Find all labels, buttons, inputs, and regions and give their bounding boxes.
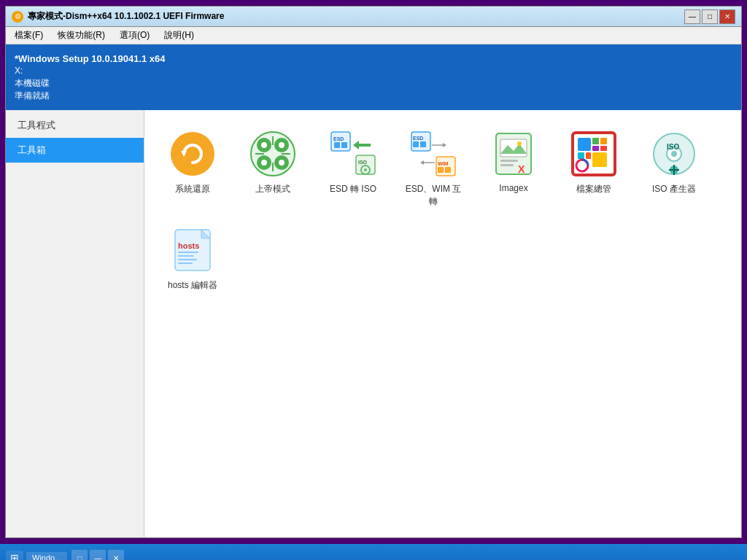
svg-rect-64: [178, 255, 194, 257]
svg-rect-18: [341, 142, 347, 148]
sidebar: 工具程式 工具箱: [6, 110, 144, 537]
restore-label: 系統還原: [175, 183, 210, 195]
header-status: 本機磁碟: [15, 77, 50, 90]
esd-wim-icon-wrapper: ESD WIM: [410, 131, 457, 177]
maximize-button[interactable]: □: [702, 9, 718, 24]
menu-options[interactable]: 選項(O): [114, 28, 155, 43]
svg-rect-66: [178, 262, 193, 264]
esd-wim-label: ESD、WIM 互轉: [403, 183, 464, 208]
taskbar: ⊞ Windo... □ — ✕: [0, 544, 747, 560]
svg-marker-35: [420, 160, 424, 165]
esd-iso-icon: ESD ISO: [330, 131, 376, 177]
svg-text:X: X: [518, 163, 525, 175]
hosts-icon-wrapper: hosts: [169, 227, 216, 273]
esd-iso-label: ESD 轉 ISO: [330, 183, 376, 195]
svg-rect-28: [436, 157, 455, 176]
svg-rect-63: [178, 252, 198, 253]
tool-filemanager[interactable]: 檔案總管: [557, 125, 630, 214]
header-ready: 準備就緒: [15, 90, 50, 102]
svg-rect-40: [500, 164, 514, 166]
svg-rect-26: [413, 141, 419, 147]
svg-rect-27: [420, 141, 426, 147]
iso-gen-icon-wrapper: ISO: [651, 131, 697, 177]
svg-rect-17: [334, 142, 340, 148]
window-controls: — □ ✕: [684, 9, 735, 24]
svg-rect-39: [500, 160, 518, 162]
imagex-icon-wrapper: X: [490, 131, 537, 177]
svg-rect-15: [331, 132, 350, 151]
svg-rect-43: [578, 138, 591, 151]
menu-file[interactable]: 檔案(F): [9, 28, 49, 43]
start-icon: ⊞: [10, 552, 19, 560]
restore-icon-wrapper: [169, 131, 216, 177]
filemanager-icon-wrapper: [570, 131, 617, 177]
main-area: 工具程式 工具箱 系統還原: [6, 110, 741, 537]
close-button[interactable]: ✕: [719, 9, 735, 24]
godmode-label: 上帝模式: [255, 183, 290, 195]
header-drive: X:: [15, 66, 23, 76]
tool-restore[interactable]: 系統還原: [156, 125, 229, 214]
godmode-icon: [249, 131, 296, 177]
sidebar-item-tools[interactable]: 工具程式: [6, 113, 144, 138]
taskbar-btn-minus[interactable]: —: [90, 550, 106, 560]
svg-rect-46: [592, 146, 599, 151]
header-title: *Windows Setup 10.0.19041.1 x64: [15, 53, 166, 64]
tool-esd-wim[interactable]: ESD WIM: [397, 125, 470, 214]
svg-text:ESD: ESD: [333, 136, 344, 141]
tool-esd-iso[interactable]: ESD ISO ESD 轉 ISO: [317, 125, 390, 214]
svg-point-13: [261, 160, 267, 166]
window-title: 專家模式-Dism++x64 10.1.1002.1 UEFI Firmware: [28, 10, 684, 23]
godmode-icon-wrapper: [249, 131, 296, 177]
content-area: 系統還原: [144, 110, 741, 537]
svg-rect-47: [600, 146, 607, 151]
svg-text:WIM: WIM: [438, 161, 449, 166]
svg-rect-50: [592, 152, 607, 167]
svg-rect-45: [600, 138, 607, 144]
filemanager-label: 檔案總管: [576, 183, 611, 195]
sidebar-item-toolbox[interactable]: 工具箱: [6, 138, 144, 163]
svg-text:ISO: ISO: [667, 143, 679, 151]
svg-text:ESD: ESD: [413, 136, 423, 141]
svg-marker-33: [443, 143, 446, 147]
iso-gen-icon: ISO: [651, 131, 697, 177]
minimize-button[interactable]: —: [684, 9, 700, 24]
taskbar-btn-square[interactable]: □: [71, 550, 88, 560]
menu-bar: 檔案(F) 恢復功能(R) 選項(O) 說明(H): [6, 27, 741, 44]
hosts-icon: hosts: [169, 227, 216, 273]
tool-grid: 系統還原: [156, 125, 729, 298]
menu-recover[interactable]: 恢復功能(R): [52, 28, 111, 43]
svg-rect-30: [438, 167, 444, 173]
iso-gen-label: ISO 產生器: [652, 183, 696, 195]
tool-godmode[interactable]: 上帝模式: [236, 125, 309, 214]
svg-rect-65: [178, 259, 197, 260]
tool-iso-gen[interactable]: ISO ISO 產生器: [638, 125, 711, 214]
svg-point-14: [279, 160, 285, 166]
taskbar-app-label: Windo...: [32, 553, 61, 560]
svg-point-23: [364, 168, 367, 171]
tool-hosts[interactable]: hosts hosts 編輯器: [156, 221, 229, 298]
menu-help[interactable]: 說明(H): [158, 28, 200, 43]
svg-point-12: [279, 142, 285, 148]
svg-text:ISO: ISO: [358, 160, 368, 165]
svg-rect-49: [586, 152, 591, 159]
taskbar-app-item[interactable]: Windo...: [26, 552, 67, 560]
title-bar: ⚙ 專家模式-Dism++x64 10.1.1002.1 UEFI Firmwa…: [6, 7, 741, 27]
esd-wim-icon: ESD WIM: [410, 131, 457, 177]
svg-rect-44: [592, 138, 599, 144]
esd-iso-icon-wrapper: ESD ISO: [330, 131, 376, 177]
imagex-icon: X: [490, 131, 537, 177]
taskbar-btn-close[interactable]: ✕: [108, 550, 124, 560]
restore-icon: [169, 131, 216, 177]
imagex-label: Imagex: [499, 183, 527, 193]
svg-text:hosts: hosts: [178, 241, 199, 250]
svg-rect-31: [445, 167, 451, 173]
svg-point-38: [517, 141, 522, 146]
svg-rect-48: [578, 152, 584, 159]
header-area: *Windows Setup 10.0.19041.1 x64 X: 本機磁碟 …: [6, 44, 741, 110]
svg-rect-37: [500, 139, 527, 157]
svg-point-0: [171, 132, 214, 176]
taskbar-start[interactable]: ⊞: [6, 551, 23, 560]
tool-imagex[interactable]: X Imagex: [477, 125, 550, 214]
hosts-label: hosts 編輯器: [168, 279, 217, 292]
svg-point-11: [261, 142, 267, 148]
